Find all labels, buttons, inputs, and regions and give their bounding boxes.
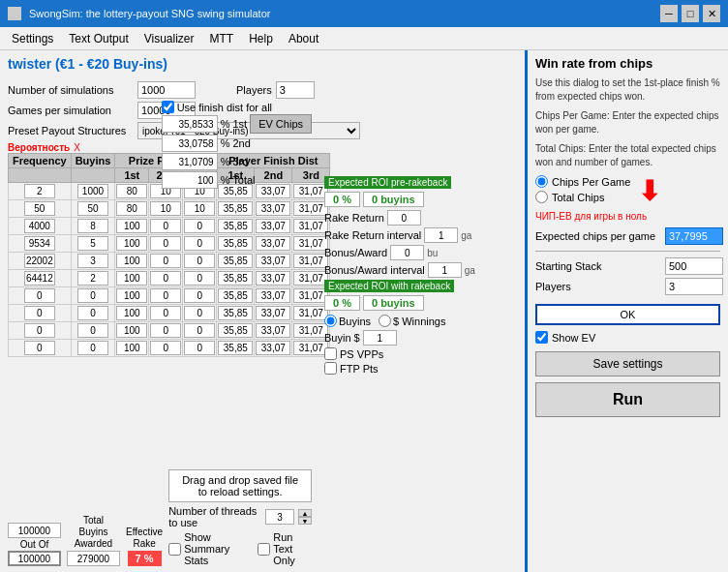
pf3-cell-input[interactable]: [293, 341, 328, 355]
menu-text-output[interactable]: Text Output: [61, 30, 136, 47]
pf2-cell-input[interactable]: [256, 236, 290, 251]
show-summary-checkbox[interactable]: [168, 543, 181, 556]
buyins-cell-input[interactable]: [77, 341, 108, 355]
pp3-cell-input[interactable]: [184, 254, 215, 268]
pct-1st-input[interactable]: [162, 115, 218, 133]
buyins-cell-input[interactable]: [77, 236, 108, 251]
pp2-cell-input[interactable]: [150, 219, 181, 233]
pct-2nd-input[interactable]: [162, 135, 218, 152]
pp2-cell-input[interactable]: [150, 341, 181, 355]
freq-cell-input[interactable]: [24, 184, 55, 198]
freq-cell-input[interactable]: [24, 306, 55, 320]
buyins-cell-input[interactable]: [77, 271, 108, 286]
buyins-cell-input[interactable]: [77, 288, 108, 303]
ftp-pts-checkbox[interactable]: [324, 362, 337, 375]
pf3-cell-input[interactable]: [293, 201, 328, 216]
total-buyins-input[interactable]: [67, 551, 120, 566]
freq-cell-input[interactable]: [24, 341, 55, 355]
pf1-cell-input[interactable]: [218, 271, 253, 286]
out-of-top-input[interactable]: [8, 523, 61, 538]
pf3-cell-input[interactable]: [293, 219, 328, 233]
rake-return-input[interactable]: [387, 210, 421, 226]
pp3-cell-input[interactable]: [184, 341, 215, 355]
pct-3rd-input[interactable]: [162, 153, 218, 170]
pf1-cell-input[interactable]: [218, 341, 253, 355]
drag-drop-area[interactable]: Drag and drop saved file to reload setti…: [168, 469, 312, 502]
pf2-cell-input[interactable]: [256, 288, 290, 303]
pf1-cell-input[interactable]: [218, 254, 253, 268]
menu-visualizer[interactable]: Visualizer: [136, 30, 202, 47]
pp1-cell-input[interactable]: [116, 306, 147, 320]
buyins-radio[interactable]: [324, 315, 337, 327]
winnings-radio[interactable]: [379, 315, 391, 327]
run-button[interactable]: Run: [535, 382, 720, 417]
pf3-cell-input[interactable]: [293, 254, 328, 268]
show-ev-checkbox[interactable]: [535, 331, 548, 344]
save-settings-button[interactable]: Save settings: [535, 351, 720, 376]
x-button[interactable]: X: [74, 142, 80, 153]
ps-vpps-checkbox[interactable]: [324, 347, 337, 360]
pp2-cell-input[interactable]: [150, 236, 181, 251]
buyins-cell-input[interactable]: [77, 184, 108, 198]
pf2-cell-input[interactable]: [256, 341, 290, 355]
buyin-input[interactable]: [363, 330, 397, 346]
run-text-only-checkbox[interactable]: [258, 543, 270, 556]
threads-input[interactable]: [265, 509, 294, 525]
close-button[interactable]: ✕: [703, 5, 720, 22]
pp3-cell-input[interactable]: [184, 271, 215, 286]
pp3-cell-input[interactable]: [184, 323, 215, 338]
buyins-cell-input[interactable]: [77, 306, 108, 320]
pf1-cell-input[interactable]: [218, 288, 253, 303]
pp1-cell-input[interactable]: [116, 288, 147, 303]
rake-interval-input[interactable]: [424, 227, 458, 243]
pp1-cell-input[interactable]: [116, 323, 147, 338]
freq-cell-input[interactable]: [24, 201, 55, 216]
pf3-cell-input[interactable]: [293, 236, 328, 251]
pp3-cell-input[interactable]: [184, 306, 215, 320]
pf1-cell-input[interactable]: [218, 219, 253, 233]
pp2-cell-input[interactable]: [150, 323, 181, 338]
pp2-cell-input[interactable]: [150, 254, 181, 268]
menu-settings[interactable]: Settings: [4, 30, 61, 47]
pp3-cell-input[interactable]: [184, 219, 215, 233]
buyins-cell-input[interactable]: [77, 323, 108, 338]
use-finish-checkbox[interactable]: [162, 101, 174, 113]
buyins-cell-input[interactable]: [77, 254, 108, 268]
pf3-cell-input[interactable]: [293, 323, 328, 338]
pp1-cell-input[interactable]: [116, 184, 147, 198]
pf2-cell-input[interactable]: [256, 254, 290, 268]
pp1-cell-input[interactable]: [116, 341, 147, 355]
chips-per-game-radio[interactable]: [535, 175, 548, 188]
buyins-cell-input[interactable]: [77, 201, 108, 216]
pf2-cell-input[interactable]: [256, 271, 290, 286]
pp3-cell-input[interactable]: [184, 288, 215, 303]
ev-chips-button[interactable]: EV Chips: [250, 114, 312, 134]
bonus-interval-input[interactable]: [428, 262, 462, 278]
pp2-cell-input[interactable]: [150, 288, 181, 303]
pp1-cell-input[interactable]: [116, 201, 147, 216]
menu-about[interactable]: About: [281, 30, 326, 47]
maximize-button[interactable]: □: [682, 5, 699, 22]
freq-cell-input[interactable]: [24, 236, 55, 251]
bonus-input[interactable]: [390, 245, 424, 260]
freq-cell-input[interactable]: [24, 271, 55, 286]
threads-up-button[interactable]: ▲: [298, 509, 312, 517]
pp3-cell-input[interactable]: [184, 201, 215, 216]
minimize-button[interactable]: ─: [660, 5, 678, 22]
pp1-cell-input[interactable]: [116, 271, 147, 286]
pf2-cell-input[interactable]: [256, 219, 290, 233]
freq-cell-input[interactable]: [24, 288, 55, 303]
menu-help[interactable]: Help: [241, 30, 281, 47]
freq-cell-input[interactable]: [24, 254, 55, 268]
pf1-cell-input[interactable]: [218, 323, 253, 338]
pp1-cell-input[interactable]: [116, 219, 147, 233]
pf3-cell-input[interactable]: [293, 288, 328, 303]
pp2-cell-input[interactable]: [150, 201, 181, 216]
pf3-cell-input[interactable]: [293, 271, 328, 286]
pf2-cell-input[interactable]: [256, 323, 290, 338]
freq-cell-input[interactable]: [24, 219, 55, 233]
ok-button[interactable]: OK: [535, 304, 720, 325]
menu-mtt[interactable]: MTT: [202, 30, 242, 47]
pp2-cell-input[interactable]: [150, 271, 181, 286]
starting-stack-input[interactable]: [665, 257, 723, 275]
